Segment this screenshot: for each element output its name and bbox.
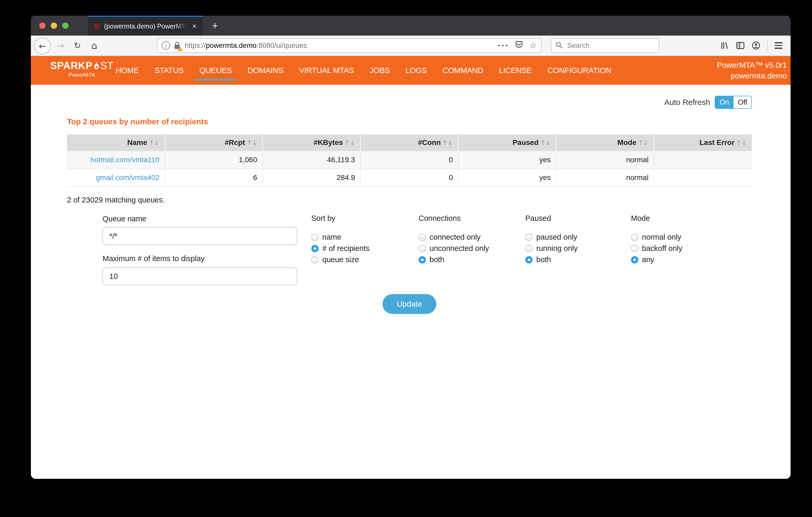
library-icon[interactable] [717,41,732,50]
product-info: PowerMTA™ v5.0r1 powermta.demo [717,60,787,81]
sort-icon: ↑↓ [442,139,453,146]
page-content: Auto Refresh On Off Top 2 queues by numb… [31,85,790,479]
radio-icon[interactable] [418,245,426,252]
nav-item-queues[interactable]: QUEUES [198,64,233,77]
nav-item-jobs[interactable]: JOBS [369,64,391,77]
column-header-kbytes[interactable]: #KBytes↑↓ [263,135,360,151]
auto-refresh-control: Auto Refresh On Off [664,96,752,109]
queue-link[interactable]: gmail.com/vmta402 [96,173,159,181]
radio-icon[interactable] [311,245,319,252]
radio-icon[interactable] [631,256,638,263]
sort-icon: ↑↓ [345,139,355,146]
window-controls [39,23,68,29]
radio-option-paused-only[interactable]: paused only [525,232,625,243]
back-button[interactable]: ← [34,38,51,54]
sort-by-group: Sort by name # of recipients queue size [311,214,411,265]
account-icon[interactable] [748,41,764,50]
sort-icon: ↑↓ [149,139,159,146]
tab-close-icon[interactable]: × [190,21,199,31]
radio-icon[interactable] [631,234,638,241]
conn-value: 0 [360,169,458,186]
nav-item-status[interactable]: STATUS [153,64,185,77]
radio-icon[interactable] [418,256,426,263]
nav-item-virtual-mtas[interactable]: VIRTUAL MTAS [298,64,355,77]
max-items-input[interactable] [103,267,297,285]
radio-option-unconnected-only[interactable]: unconnected only [418,243,518,254]
close-window-button[interactable] [39,23,46,29]
column-header-conn[interactable]: #Conn↑↓ [360,135,458,151]
radio-option-any-mode[interactable]: any [631,254,730,265]
page-info-icon[interactable]: i [162,41,170,50]
nav-item-logs[interactable]: LOGS [404,64,428,77]
warning-triangle-icon [177,46,182,51]
mode-value: normal [556,151,654,169]
queue-name-label: Queue name [103,214,146,223]
address-bar[interactable]: i https://powermta.demo:8080/ui/queues •… [157,38,542,53]
search-bar[interactable] [551,38,659,53]
radio-icon[interactable] [311,256,319,263]
nav-item-home[interactable]: HOME [115,64,140,77]
new-tab-button[interactable]: + [208,19,222,32]
radio-icon[interactable] [418,234,426,241]
tab-title: (powermta.demo) PowerMTA W [104,23,190,30]
sparkpost-logo[interactable]: SPARKP ST PowerMTA [50,60,114,78]
column-header-name[interactable]: Name↑↓ [67,135,165,151]
nav-item-command[interactable]: COMMAND [442,64,485,77]
matching-queues-summary: 2 of 23029 matching queues. [67,196,165,204]
page-actions-icon[interactable]: ••• [497,42,509,49]
paused-value: yes [458,151,556,169]
column-header-paused[interactable]: Paused↑↓ [458,135,556,151]
radio-icon[interactable] [311,234,319,241]
radio-option-name[interactable]: name [311,232,411,243]
queue-name-input[interactable] [103,227,297,245]
radio-option-both-connections[interactable]: both [418,254,518,265]
insecure-lock-icon[interactable] [174,41,180,50]
bookmark-star-icon[interactable]: ☆ [529,40,537,51]
menu-icon[interactable] [771,42,786,49]
zoom-window-button[interactable] [62,23,68,29]
home-button[interactable]: ⌂ [86,38,102,53]
browser-tab[interactable]: (powermta.demo) PowerMTA W × [88,16,203,36]
radio-option-both-paused[interactable]: both [525,254,625,265]
forward-button[interactable]: → [53,38,68,53]
reload-button[interactable]: ↻ [69,38,85,53]
radio-option-connected-only[interactable]: connected only [418,232,518,243]
group-title: Mode [631,214,730,223]
nav-item-configuration[interactable]: CONFIGURATION [547,64,612,77]
connections-group: Connections connected only unconnected o… [418,214,518,265]
paused-value: yes [458,169,556,186]
page-title: Top 2 queues by number of recipients [67,117,208,126]
column-header-last-error[interactable]: Last Error↑↓ [654,135,752,151]
url-text: https://powermta.demo:8080/ui/queues [185,41,497,50]
radio-option-backoff-only[interactable]: backoff only [631,243,730,254]
sort-icon: ↑↓ [540,139,551,146]
site-favicon-icon [93,23,100,30]
nav-item-domains[interactable]: DOMAINS [246,64,284,77]
kbytes-value: 284.9 [263,169,360,186]
radio-option-normal-only[interactable]: normal only [631,232,730,243]
radio-icon[interactable] [525,234,532,241]
nav-item-license[interactable]: LICENSE [498,64,533,77]
queue-link[interactable]: hotmail.com/vmta110 [90,156,159,164]
conn-value: 0 [360,151,458,169]
radio-icon[interactable] [631,245,638,252]
flame-icon [93,61,100,70]
logo-subtitle: PowerMTA [50,72,114,78]
browser-window: (powermta.demo) PowerMTA W × + ← → ↻ ⌂ i [31,16,790,479]
auto-refresh-off-button[interactable]: Off [733,96,751,108]
radio-option-num-recipients[interactable]: # of recipients [311,243,411,254]
radio-option-queue-size[interactable]: queue size [311,254,411,265]
column-header-mode[interactable]: Mode↑↓ [556,135,654,151]
update-button[interactable]: Update [382,294,436,314]
minimize-window-button[interactable] [51,23,57,29]
mode-group: Mode normal only backoff only any [631,214,730,265]
radio-icon[interactable] [525,256,532,263]
auto-refresh-on-button[interactable]: On [715,96,733,108]
radio-option-running-only[interactable]: running only [525,243,625,254]
pocket-icon[interactable] [515,40,523,51]
column-header-rcpt[interactable]: #Rcpt↑↓ [165,135,263,151]
sidebar-toggle-icon[interactable] [732,41,748,50]
product-host: powermta.demo [717,70,787,81]
search-input[interactable] [566,41,655,50]
radio-icon[interactable] [525,245,532,252]
